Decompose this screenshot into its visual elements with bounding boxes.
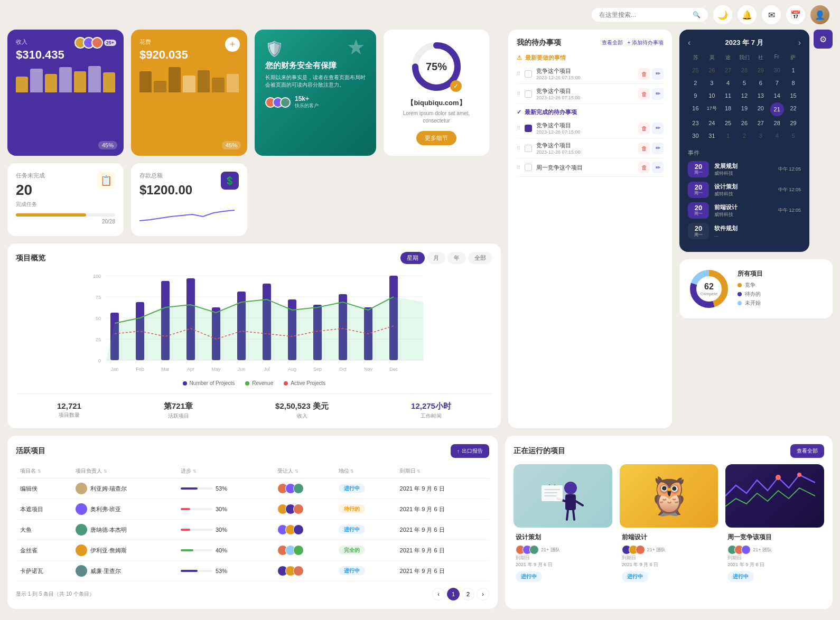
mail-icon[interactable]: ✉: [762, 5, 781, 24]
todo-check-done-0[interactable]: [525, 125, 532, 132]
export-btn[interactable]: ↑ 出口报告: [451, 444, 489, 458]
chart-svg: 100 75 50 25 0: [16, 270, 492, 376]
user-avatar[interactable]: 👤: [810, 5, 829, 24]
sort-icon-assignee[interactable]: ⇅: [295, 469, 298, 474]
drag-handle-done-0[interactable]: ⠿: [517, 125, 520, 131]
cal-day[interactable]: 29: [753, 64, 768, 76]
tab-all[interactable]: 全部: [468, 252, 492, 264]
theme-toggle[interactable]: 🌙: [713, 5, 732, 24]
tab-week[interactable]: 星期: [400, 252, 425, 264]
prev-page-btn[interactable]: ‹: [432, 588, 445, 600]
cal-day[interactable]: 14: [769, 90, 785, 101]
cal-day[interactable]: 22: [786, 102, 801, 116]
todo-check-2[interactable]: [525, 145, 532, 152]
cal-day[interactable]: 11: [721, 90, 736, 101]
todo-edit-3[interactable]: ✏: [652, 162, 664, 173]
sort-icon-due[interactable]: ⇅: [417, 469, 421, 474]
cal-prev[interactable]: ‹: [688, 38, 690, 48]
cal-day[interactable]: 6: [753, 77, 768, 89]
cal-day[interactable]: 28: [769, 117, 785, 129]
cal-next[interactable]: ›: [798, 38, 801, 48]
cal-day[interactable]: 2: [737, 130, 752, 142]
checkmark-icon: ✓: [517, 109, 521, 116]
cell-owner: 奥利弗·班亚: [71, 499, 176, 520]
cal-day[interactable]: 31: [704, 130, 720, 142]
col-due: 到期日 ⇅: [396, 464, 489, 478]
cal-day[interactable]: 4: [769, 130, 785, 142]
drag-handle-3[interactable]: ⠿: [517, 165, 520, 171]
more-details-btn[interactable]: 更多细节: [416, 131, 456, 145]
cal-day[interactable]: 7: [769, 77, 785, 89]
cal-day[interactable]: 8: [786, 77, 801, 89]
cal-day[interactable]: 24: [704, 117, 720, 129]
cal-day[interactable]: 19: [737, 102, 752, 116]
cal-day[interactable]: 18: [721, 102, 736, 116]
drag-handle-2[interactable]: ⠿: [517, 145, 520, 151]
expense-add-btn[interactable]: +: [225, 37, 240, 52]
drag-handle-0[interactable]: ⠿: [517, 71, 520, 77]
todo-edit-0[interactable]: ✏: [652, 68, 664, 80]
view-all-btn[interactable]: 查看全部: [790, 444, 824, 458]
cal-day[interactable]: 12: [737, 90, 752, 101]
cal-day[interactable]: 1: [721, 130, 736, 142]
cal-day[interactable]: 28: [737, 64, 752, 76]
status-badge: 进行中: [339, 525, 365, 534]
notifications-icon[interactable]: 🔔: [738, 5, 757, 24]
sort-icon-owner[interactable]: ⇅: [104, 469, 107, 474]
cal-day[interactable]: 4: [721, 77, 736, 89]
svg-text:Oct: Oct: [339, 367, 347, 372]
todo-delete-0[interactable]: 🗑: [638, 68, 650, 80]
todo-check-0[interactable]: [525, 70, 532, 78]
todo-check-3[interactable]: [525, 164, 532, 171]
sort-icon-status[interactable]: ⇅: [350, 469, 354, 474]
cal-day[interactable]: 1: [786, 64, 801, 76]
todo-check-1[interactable]: [525, 90, 532, 98]
calendar-icon[interactable]: 📅: [786, 5, 805, 24]
sort-icon-name[interactable]: ⇅: [38, 469, 41, 474]
drag-handle-1[interactable]: ⠿: [517, 91, 520, 97]
cal-day[interactable]: 5: [737, 77, 752, 89]
cal-day[interactable]: 25: [721, 117, 736, 129]
circle-chart: 75% ✓: [410, 40, 463, 93]
cal-day[interactable]: 15: [786, 90, 801, 101]
tab-year[interactable]: 年: [447, 252, 466, 264]
cal-day[interactable]: 5: [786, 130, 801, 142]
cal-day[interactable]: 2: [688, 77, 703, 89]
cal-day[interactable]: 10: [704, 90, 720, 101]
cal-day[interactable]: 20: [753, 102, 768, 116]
cal-day[interactable]: 30: [769, 64, 785, 76]
search-input[interactable]: [599, 11, 688, 18]
cal-day[interactable]: 30: [688, 130, 703, 142]
todo-delete-2[interactable]: 🗑: [638, 143, 650, 154]
cal-day[interactable]: 26: [704, 64, 720, 76]
cal-day[interactable]: 3: [704, 77, 720, 89]
page-2-btn[interactable]: 2: [462, 588, 474, 600]
todo-add-link[interactable]: + 添加待办事项: [627, 39, 664, 46]
todo-delete-3[interactable]: 🗑: [638, 162, 650, 173]
todo-delete-done-0[interactable]: 🗑: [638, 123, 650, 134]
cal-today[interactable]: 21: [770, 102, 784, 116]
rp-card-title-1: 前端设计: [622, 533, 716, 542]
todo-delete-1[interactable]: 🗑: [638, 88, 650, 100]
cal-day[interactable]: 27: [753, 117, 768, 129]
cal-day[interactable]: 25: [688, 64, 703, 76]
todo-view-all[interactable]: 查看全部: [602, 39, 623, 46]
cal-day[interactable]: 29: [786, 117, 801, 129]
cal-day[interactable]: 3: [753, 130, 768, 142]
tab-month[interactable]: 月: [427, 252, 445, 264]
todo-edit-1[interactable]: ✏: [652, 88, 664, 100]
calendar-settings-icon[interactable]: ⚙: [814, 30, 833, 49]
cal-day[interactable]: 23: [688, 117, 703, 129]
cal-day[interactable]: 27: [721, 64, 736, 76]
cell-assignees: [273, 561, 334, 581]
cal-day[interactable]: 13: [753, 90, 768, 101]
todo-edit-done-0[interactable]: ✏: [652, 123, 664, 134]
cal-day[interactable]: 17号: [704, 102, 720, 116]
cal-day[interactable]: 26: [737, 117, 752, 129]
todo-edit-2[interactable]: ✏: [652, 143, 664, 154]
cal-day[interactable]: 16: [688, 102, 703, 116]
page-1-btn[interactable]: 1: [447, 588, 460, 600]
cal-day[interactable]: 9: [688, 90, 703, 101]
sort-icon-progress[interactable]: ⇅: [193, 469, 197, 474]
next-page-btn[interactable]: ›: [477, 588, 489, 600]
